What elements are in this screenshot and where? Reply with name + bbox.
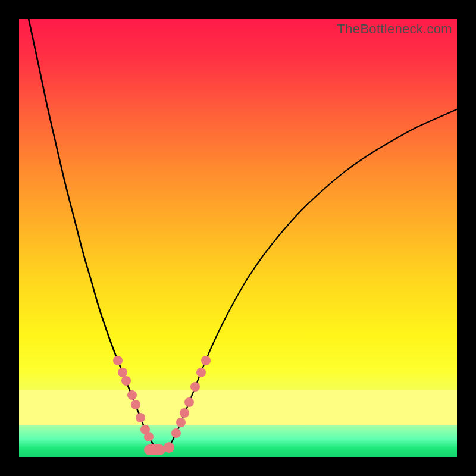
data-marker [121,376,131,386]
data-marker-oblong [144,444,165,455]
attribution-label: TheBottleneck.com [337,21,452,37]
data-marker [171,428,181,438]
marker-layer [113,356,211,455]
data-marker [136,413,145,422]
curve-left [27,19,157,451]
data-marker [118,368,127,377]
data-marker [190,382,200,392]
chart-svg [19,19,457,457]
data-marker [164,442,174,453]
data-marker [184,397,194,407]
data-marker [113,356,123,365]
data-marker [176,418,186,427]
curve-right [167,108,457,451]
data-marker [201,356,211,365]
data-marker [196,368,206,377]
plot-area: TheBottleneck.com [19,19,457,457]
data-marker [131,400,140,409]
data-marker [180,408,189,418]
data-marker [144,432,154,441]
data-marker [127,390,137,400]
chart-frame: TheBottleneck.com [0,0,476,476]
